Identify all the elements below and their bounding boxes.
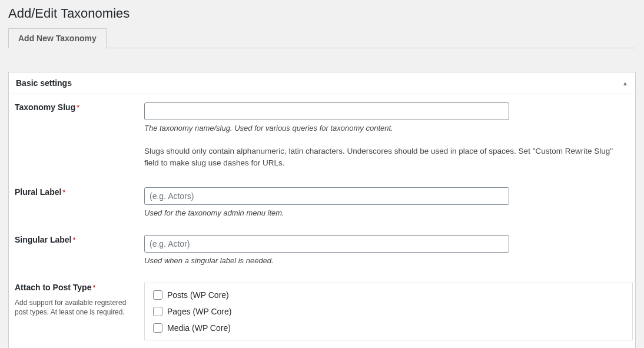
row-taxonomy-slug: Taxonomy Slug* The taxonomy name/slug. U… [15, 102, 629, 170]
attach-checkbox-media[interactable] [153, 323, 162, 333]
row-attach-post-type: Attach to Post Type* Add support for ava… [15, 283, 629, 340]
row-singular-label: Singular Label* Used when a singular lab… [15, 235, 629, 265]
required-mark: * [62, 188, 65, 197]
plural-label-help: Used for the taxonomy admin menu item. [144, 208, 629, 217]
required-mark: * [92, 283, 95, 292]
attach-label: Attach to Post Type [15, 283, 91, 292]
attach-checkbox-group: Posts (WP Core) Pages (WP Core) Media (W… [144, 283, 633, 340]
required-mark: * [72, 236, 75, 244]
singular-label-help: Used when a singular label is needed. [144, 256, 629, 265]
plural-label-label: Plural Label [15, 187, 61, 197]
taxonomy-slug-help-extra: Slugs should only contain alphanumeric, … [144, 145, 627, 170]
attach-option-label: Posts (WP Core) [167, 290, 229, 300]
attach-option-label: Media (WP Core) [167, 323, 231, 333]
tab-add-new-taxonomy[interactable]: Add New Taxonomy [8, 28, 107, 48]
tabs-row: Add New Taxonomy [8, 28, 636, 48]
taxonomy-slug-input[interactable] [144, 102, 509, 120]
taxonomy-slug-help: The taxonomy name/slug. Used for various… [144, 124, 629, 132]
panel-title: Basic settings [16, 78, 72, 88]
attach-option-pages[interactable]: Pages (WP Core) [153, 307, 624, 316]
basic-settings-panel: Basic settings ▲ Taxonomy Slug* The taxo… [8, 72, 636, 348]
panel-body: Taxonomy Slug* The taxonomy name/slug. U… [9, 94, 635, 348]
attach-checkbox-posts[interactable] [153, 290, 162, 300]
required-mark: * [77, 103, 79, 112]
singular-label-label: Singular Label [15, 235, 71, 244]
panel-header[interactable]: Basic settings ▲ [9, 72, 635, 94]
taxonomy-slug-label: Taxonomy Slug [15, 102, 75, 112]
singular-label-input[interactable] [144, 235, 509, 253]
attach-checkbox-pages[interactable] [153, 307, 162, 316]
attach-option-posts[interactable]: Posts (WP Core) [153, 290, 624, 300]
plural-label-input[interactable] [144, 187, 509, 205]
attach-option-media[interactable]: Media (WP Core) [153, 323, 624, 333]
page-title: Add/Edit Taxonomies [8, 6, 636, 21]
attach-sublabel: Add support for available registered pos… [15, 298, 138, 318]
attach-option-label: Pages (WP Core) [167, 307, 231, 316]
row-plural-label: Plural Label* Used for the taxonomy admi… [15, 187, 629, 217]
collapse-icon[interactable]: ▲ [622, 80, 628, 87]
